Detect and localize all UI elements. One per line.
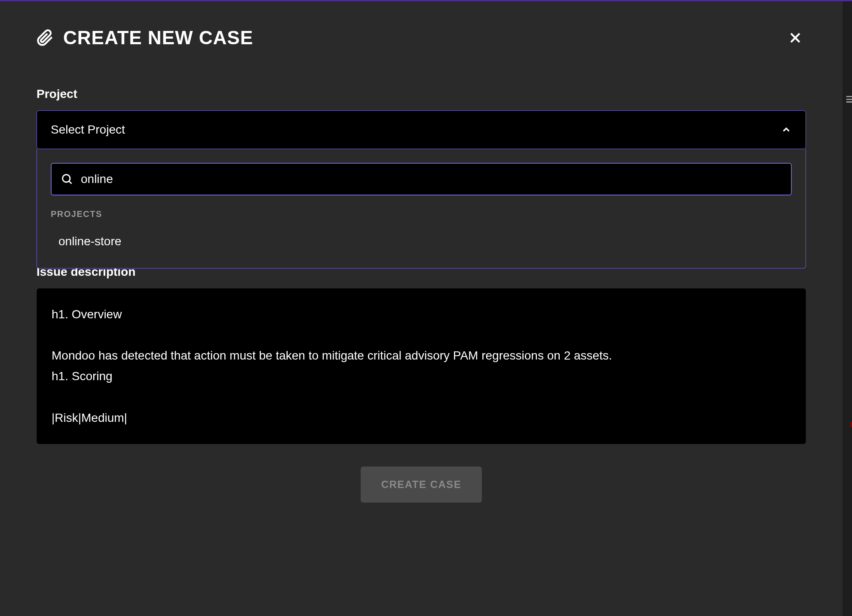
svg-point-2 bbox=[63, 175, 70, 183]
project-dropdown: PROJECTS online-store bbox=[37, 149, 806, 268]
svg-line-3 bbox=[69, 181, 72, 184]
dropdown-item-online-store[interactable]: online-store bbox=[51, 230, 792, 253]
modal-header: CREATE NEW CASE bbox=[37, 27, 806, 49]
close-button[interactable] bbox=[785, 27, 806, 49]
search-icon bbox=[61, 173, 73, 185]
dropdown-section-label: PROJECTS bbox=[51, 209, 792, 219]
project-search-input[interactable] bbox=[81, 172, 782, 186]
modal-title: CREATE NEW CASE bbox=[63, 27, 253, 49]
project-select-container: Select Project PROJECTS online-store bbox=[37, 110, 806, 149]
create-case-button[interactable]: CREATE CASE bbox=[361, 467, 482, 503]
background-red-indicator bbox=[850, 422, 852, 427]
project-select-placeholder: Select Project bbox=[51, 123, 125, 137]
chevron-up-icon bbox=[781, 124, 792, 135]
create-case-modal: CREATE NEW CASE Project Select Project bbox=[0, 1, 843, 616]
description-textarea[interactable]: h1. Overview Mondoo has detected that ac… bbox=[37, 288, 806, 444]
project-field-label: Project bbox=[37, 87, 806, 101]
paperclip-icon bbox=[37, 29, 54, 46]
background-hamburger-icon: ≡ bbox=[846, 97, 852, 102]
project-select-trigger[interactable]: Select Project bbox=[37, 110, 806, 149]
project-search-container bbox=[51, 163, 792, 195]
close-icon bbox=[788, 30, 803, 45]
header-left: CREATE NEW CASE bbox=[37, 27, 253, 49]
modal-footer: CREATE CASE bbox=[37, 467, 806, 503]
